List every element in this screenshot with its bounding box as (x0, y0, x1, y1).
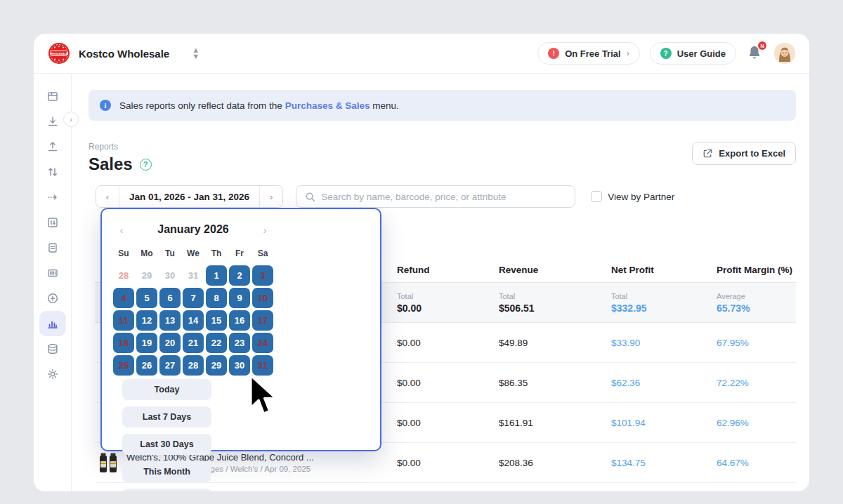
column-profit-margin: Profit Margin (%) (717, 265, 796, 275)
calendar-day[interactable]: 2 (229, 265, 250, 286)
chevron-right-icon: › (627, 48, 629, 58)
gear-icon[interactable] (39, 362, 66, 387)
upload-icon[interactable] (39, 134, 66, 159)
quick-range-button[interactable]: This Month (122, 461, 211, 482)
calendar-day[interactable]: 1 (206, 265, 227, 286)
notifications-bell-icon[interactable]: N (746, 44, 764, 62)
calendar-day[interactable]: 5 (136, 288, 157, 308)
calendar-day[interactable]: 11 (113, 310, 134, 331)
calendar-day[interactable]: 31 (252, 355, 273, 376)
info-icon: i (100, 100, 111, 111)
calendar-day[interactable]: 28 (183, 355, 204, 376)
calendar-day[interactable]: 26 (136, 355, 157, 376)
calendar-day[interactable]: 24 (252, 333, 273, 353)
calendar-day[interactable]: 7 (183, 288, 204, 308)
total-refund: $0.00 (397, 303, 499, 314)
box-icon[interactable] (39, 84, 66, 109)
company-logo-icon: WHOLESALE (48, 42, 70, 65)
calendar-day[interactable]: 22 (206, 333, 227, 353)
free-trial-badge[interactable]: ! On Free Trial › (537, 42, 639, 65)
date-range-picker: ‹ Jan 01, 2026 - Jan 31, 2026 › (96, 185, 283, 208)
calendar-day[interactable]: 6 (159, 288, 181, 308)
export-icon (702, 148, 713, 159)
free-trial-label: On Free Trial (565, 48, 620, 59)
banner-text: Sales reports only reflect data from the… (119, 100, 399, 111)
quick-range-button[interactable]: Last 7 Days (122, 406, 211, 427)
calendar-day[interactable]: 8 (206, 288, 227, 308)
view-by-partner-checkbox[interactable] (591, 191, 602, 202)
next-period-button[interactable]: › (259, 186, 282, 207)
quick-range-button[interactable]: Last Week (122, 489, 211, 491)
calendar-day[interactable]: 31 (183, 265, 204, 286)
calendar-day[interactable]: 21 (183, 333, 204, 353)
breadcrumb: Reports (89, 142, 152, 152)
bar-chart-icon[interactable] (39, 311, 66, 336)
calendar-day[interactable]: 14 (183, 310, 204, 331)
calendar-day[interactable]: 4 (113, 288, 134, 308)
quick-range-button[interactable]: Last 30 Days (122, 434, 211, 455)
download-icon[interactable] (39, 109, 66, 134)
calendar-day[interactable]: 9 (229, 288, 250, 308)
quick-ranges: TodayLast 7 DaysLast 30 DaysThis MonthLa… (122, 376, 211, 491)
weekday-label: Tu (159, 248, 181, 258)
calendar-day[interactable]: 30 (229, 355, 250, 376)
total-net-profit: $332.95 (611, 303, 717, 314)
calendar-weekdays: SuMoTuWeThFrSa (113, 248, 273, 258)
weekday-label: Sa (252, 248, 273, 258)
export-to-excel-button[interactable]: Export to Excel (692, 142, 796, 165)
purchases-sales-link[interactable]: Purchases & Sales (285, 100, 370, 111)
quick-range-button[interactable]: Today (122, 379, 211, 400)
calendar-day[interactable]: 29 (136, 265, 157, 286)
calendar-prev-month-button[interactable]: ‹ (113, 224, 130, 236)
arrows-transfer-icon[interactable] (39, 159, 66, 185)
company-switcher[interactable]: WHOLESALE Kostco Wholesale ▲▼ (48, 42, 200, 65)
sidebar-expand-button[interactable]: › (63, 112, 79, 127)
calendar-day[interactable]: 19 (136, 333, 157, 353)
company-select-chevrons-icon[interactable]: ▲▼ (192, 47, 200, 60)
sidebar: › (34, 74, 72, 491)
calendar-day[interactable]: 17 (252, 310, 273, 331)
calendar-day[interactable]: 25 (113, 355, 134, 376)
app-window: WHOLESALE Kostco Wholesale ▲▼ ! On Free … (34, 34, 809, 491)
calendar-day[interactable]: 30 (159, 265, 181, 286)
document-icon[interactable] (39, 235, 66, 260)
weekday-label: Su (113, 248, 134, 258)
calendar-day[interactable]: 29 (206, 355, 227, 376)
help-icon[interactable]: ? (140, 159, 152, 171)
calendar-day[interactable]: 18 (113, 333, 134, 353)
calendar-day[interactable]: 12 (136, 310, 157, 331)
view-by-partner-toggle[interactable]: View by Partner (591, 191, 674, 202)
prev-period-button[interactable]: ‹ (96, 186, 119, 207)
user-avatar[interactable] (774, 43, 795, 64)
sort-panel-icon[interactable] (39, 210, 66, 235)
barcode-icon[interactable] (39, 260, 66, 286)
calendar-day[interactable]: 23 (229, 333, 250, 353)
weekday-label: Fr (229, 248, 250, 258)
calendar-day[interactable]: 10 (252, 288, 273, 308)
view-by-partner-label: View by Partner (608, 192, 674, 202)
arrow-dashed-icon[interactable] (39, 185, 66, 210)
calendar-month-label: January 2026 (130, 223, 256, 236)
calendar-next-month-button[interactable]: › (256, 224, 273, 236)
calendar-day[interactable]: 20 (159, 333, 181, 353)
notification-count-badge: N (758, 41, 766, 50)
calendar-day[interactable]: 13 (159, 310, 181, 331)
info-banner: i Sales reports only reflect data from t… (89, 90, 796, 121)
svg-text:WHOLESALE: WHOLESALE (50, 52, 68, 55)
calendar-day[interactable]: 27 (159, 355, 181, 376)
weekday-label: We (183, 248, 204, 258)
plus-circle-icon[interactable] (39, 286, 66, 311)
calendar-grid: 2829303112345678910111213141516171819202… (113, 265, 273, 376)
search-input[interactable] (321, 192, 566, 202)
page-title: Sales (89, 154, 133, 174)
calendar-day[interactable]: 3 (252, 265, 273, 286)
top-bar: WHOLESALE Kostco Wholesale ▲▼ ! On Free … (34, 34, 809, 74)
calendar-day[interactable]: 28 (113, 265, 134, 286)
alert-icon: ! (548, 48, 559, 59)
database-icon[interactable] (39, 336, 66, 362)
user-guide-button[interactable]: ? User Guide (650, 42, 736, 65)
calendar-day[interactable]: 16 (229, 310, 250, 331)
calendar-day[interactable]: 15 (206, 310, 227, 331)
average-margin: 65.73% (717, 303, 796, 314)
date-range-label[interactable]: Jan 01, 2026 - Jan 31, 2026 (119, 186, 259, 207)
